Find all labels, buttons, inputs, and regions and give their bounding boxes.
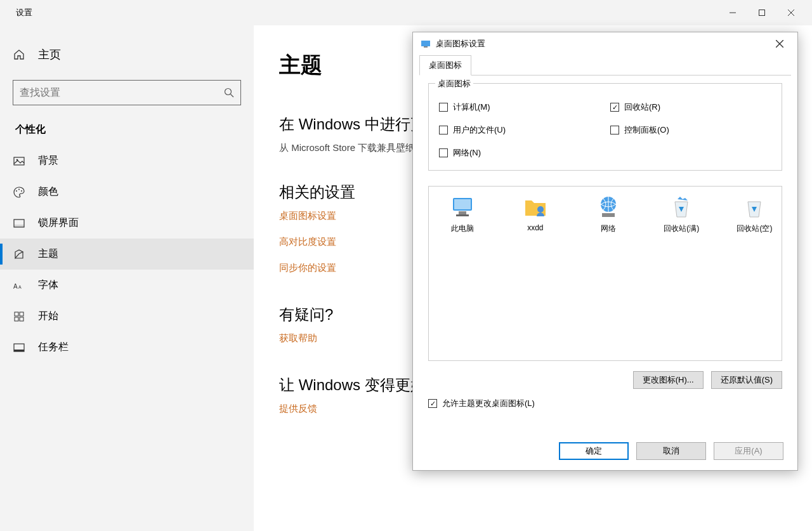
user-folder-icon xyxy=(523,194,548,220)
icon-label: 此电脑 xyxy=(451,223,474,234)
maximize-button[interactable] xyxy=(747,3,776,23)
sidebar-item-start[interactable]: 开始 xyxy=(0,301,254,332)
apply-button[interactable]: 应用(A) xyxy=(714,442,783,460)
sidebar-item-colors[interactable]: 颜色 xyxy=(0,176,254,207)
icon-preview-area: 此电脑 xxdd 网络 回收站(满) 回收站(空) xyxy=(428,186,782,361)
svg-rect-31 xyxy=(602,213,615,217)
checkbox-label: 回收站(R) xyxy=(624,102,660,113)
checkbox-network[interactable]: 网络(N) xyxy=(439,147,600,159)
svg-point-29 xyxy=(537,206,544,213)
sidebar-item-label: 任务栏 xyxy=(38,341,69,354)
sidebar-item-label: 锁屏界面 xyxy=(38,216,79,230)
font-icon: AA xyxy=(13,279,25,292)
fieldset-legend: 桌面图标 xyxy=(435,78,473,89)
svg-rect-21 xyxy=(421,41,430,46)
checkbox-label: 控制面板(O) xyxy=(624,124,669,136)
checkbox-label: 用户的文件(U) xyxy=(453,124,506,136)
svg-rect-16 xyxy=(20,312,23,316)
window-controls xyxy=(718,3,806,23)
titlebar: 设置 xyxy=(0,0,812,25)
icon-user-folder[interactable]: xxdd xyxy=(513,194,557,234)
icon-label: 回收站(满) xyxy=(664,223,699,234)
dialog-tabs: 桌面图标 xyxy=(413,55,797,75)
palette-icon xyxy=(13,186,25,199)
sidebar-home[interactable]: 主页 xyxy=(0,41,254,69)
themes-icon xyxy=(13,248,25,261)
search-icon xyxy=(224,88,234,98)
change-icon-button[interactable]: 更改图标(H)... xyxy=(633,371,704,389)
ok-button[interactable]: 确定 xyxy=(559,442,629,460)
checkbox-user-files[interactable]: 用户的文件(U) xyxy=(439,124,600,136)
checkbox-box xyxy=(428,399,437,408)
sidebar-item-label: 背景 xyxy=(38,154,58,167)
picture-icon xyxy=(13,155,25,167)
svg-text:A: A xyxy=(18,285,22,289)
svg-rect-22 xyxy=(424,46,428,48)
svg-rect-26 xyxy=(454,199,471,209)
recycle-bin-full-icon xyxy=(669,194,694,220)
sidebar-item-fonts[interactable]: AA 字体 xyxy=(0,270,254,301)
sidebar-item-label: 颜色 xyxy=(38,185,58,199)
checkbox-label: 允许主题更改桌面图标(L) xyxy=(442,398,535,409)
tab-desktop-icons[interactable]: 桌面图标 xyxy=(419,55,471,75)
svg-rect-18 xyxy=(20,317,23,321)
sidebar-section-label: 个性化 xyxy=(0,118,254,145)
icon-row: 此电脑 xxdd 网络 回收站(满) 回收站(空) xyxy=(434,194,776,234)
desktop-icon-settings-dialog: 桌面图标设置 桌面图标 桌面图标 计算机(M) 回收站(R) 用户的文件(U) … xyxy=(412,32,798,471)
checkbox-box xyxy=(439,126,448,134)
svg-rect-28 xyxy=(456,214,469,216)
svg-point-9 xyxy=(18,188,20,190)
desktop-icons-fieldset: 桌面图标 计算机(M) 回收站(R) 用户的文件(U) 控制面板(O) 网络(N… xyxy=(428,83,782,171)
lockscreen-icon xyxy=(13,217,25,230)
checkbox-recycle-bin[interactable]: 回收站(R) xyxy=(610,102,771,113)
svg-rect-20 xyxy=(14,350,24,351)
dialog-content: 桌面图标 计算机(M) 回收站(R) 用户的文件(U) 控制面板(O) 网络(N… xyxy=(413,75,797,436)
minimize-button[interactable] xyxy=(718,3,747,23)
home-icon xyxy=(13,48,25,61)
search-box[interactable] xyxy=(13,80,241,105)
icon-network[interactable]: 网络 xyxy=(586,194,630,234)
sidebar-item-background[interactable]: 背景 xyxy=(0,145,254,176)
checkbox-label: 网络(N) xyxy=(453,147,481,159)
checkbox-allow-themes[interactable]: 允许主题更改桌面图标(L) xyxy=(428,398,782,409)
checkbox-computer[interactable]: 计算机(M) xyxy=(439,102,600,113)
svg-text:A: A xyxy=(13,283,18,290)
close-button[interactable] xyxy=(776,3,806,23)
restore-defaults-button[interactable]: 还原默认值(S) xyxy=(711,371,782,389)
checkbox-box xyxy=(439,103,448,112)
svg-rect-27 xyxy=(459,211,466,214)
checkbox-label: 计算机(M) xyxy=(453,102,490,113)
sidebar-item-lockscreen[interactable]: 锁屏界面 xyxy=(0,207,254,239)
window-title: 设置 xyxy=(6,7,32,18)
svg-line-5 xyxy=(231,95,234,98)
sidebar-home-label: 主页 xyxy=(38,47,61,62)
recycle-bin-empty-icon xyxy=(742,194,767,220)
svg-point-10 xyxy=(21,190,22,192)
icon-buttons-row: 更改图标(H)... 还原默认值(S) xyxy=(428,371,782,389)
dialog-close-button[interactable] xyxy=(769,35,790,53)
dialog-titlebar: 桌面图标设置 xyxy=(413,32,797,55)
icon-recycle-full[interactable]: 回收站(满) xyxy=(660,194,704,234)
icon-label: 网络 xyxy=(601,223,616,234)
svg-rect-17 xyxy=(15,317,18,321)
svg-rect-12 xyxy=(14,225,24,227)
icon-label: 回收站(空) xyxy=(737,223,772,234)
icon-recycle-empty[interactable]: 回收站(空) xyxy=(733,194,776,234)
icon-this-pc[interactable]: 此电脑 xyxy=(440,194,484,234)
checkbox-box xyxy=(610,126,619,134)
sidebar-item-label: 字体 xyxy=(38,279,58,292)
sidebar-item-taskbar[interactable]: 任务栏 xyxy=(0,332,254,363)
search-input[interactable] xyxy=(20,87,224,98)
start-icon xyxy=(13,310,25,323)
sidebar-item-label: 主题 xyxy=(38,247,58,261)
icon-label: xxdd xyxy=(527,223,543,232)
sidebar-item-label: 开始 xyxy=(38,310,58,323)
svg-rect-1 xyxy=(759,10,765,16)
taskbar-icon xyxy=(13,341,25,354)
sidebar-item-themes[interactable]: 主题 xyxy=(0,239,254,270)
cancel-button[interactable]: 取消 xyxy=(636,442,706,460)
dialog-title: 桌面图标设置 xyxy=(436,38,485,49)
checkbox-box xyxy=(439,148,448,157)
network-icon xyxy=(596,194,621,220)
checkbox-control-panel[interactable]: 控制面板(O) xyxy=(610,124,771,136)
